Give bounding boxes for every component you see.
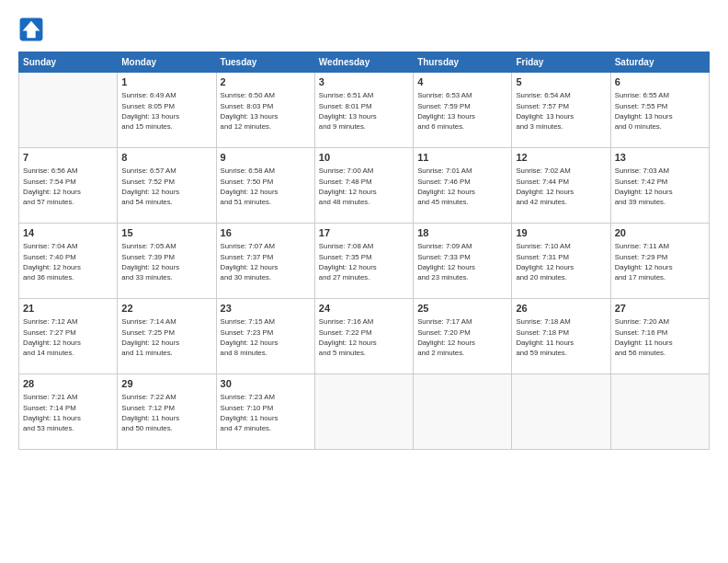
day-info: Sunrise: 7:17 AM Sunset: 7:20 PM Dayligh… <box>417 316 507 358</box>
day-info: Sunrise: 7:05 AM Sunset: 7:39 PM Dayligh… <box>121 241 211 282</box>
calendar-cell: 13Sunrise: 7:03 AM Sunset: 7:42 PM Dayli… <box>610 148 709 224</box>
day-info: Sunrise: 6:58 AM Sunset: 7:50 PM Dayligh… <box>221 166 311 207</box>
day-number: 19 <box>516 226 606 240</box>
calendar-cell: 9Sunrise: 6:58 AM Sunset: 7:50 PM Daylig… <box>216 148 314 224</box>
day-number: 8 <box>121 151 211 165</box>
weekday-header-wednesday: Wednesday <box>314 52 413 73</box>
day-info: Sunrise: 6:57 AM Sunset: 7:52 PM Dayligh… <box>121 166 211 207</box>
day-number: 18 <box>417 226 507 240</box>
day-info: Sunrise: 7:22 AM Sunset: 7:12 PM Dayligh… <box>121 392 211 433</box>
day-info: Sunrise: 6:50 AM Sunset: 8:03 PM Dayligh… <box>221 90 311 132</box>
calendar-cell: 19Sunrise: 7:10 AM Sunset: 7:31 PM Dayli… <box>512 224 610 299</box>
day-info: Sunrise: 7:20 AM Sunset: 7:16 PM Dayligh… <box>615 316 705 358</box>
day-number: 17 <box>319 226 409 240</box>
weekday-header-thursday: Thursday <box>414 52 512 73</box>
day-info: Sunrise: 6:54 AM Sunset: 7:57 PM Dayligh… <box>516 90 606 132</box>
calendar-cell: 21Sunrise: 7:12 AM Sunset: 7:27 PM Dayli… <box>19 299 118 374</box>
day-number: 27 <box>615 302 705 316</box>
day-number: 16 <box>221 226 311 240</box>
day-info: Sunrise: 7:00 AM Sunset: 7:48 PM Dayligh… <box>319 166 409 207</box>
calendar-cell: 18Sunrise: 7:09 AM Sunset: 7:33 PM Dayli… <box>414 224 512 299</box>
day-info: Sunrise: 7:01 AM Sunset: 7:46 PM Dayligh… <box>417 166 507 207</box>
calendar-week-row: 14Sunrise: 7:04 AM Sunset: 7:40 PM Dayli… <box>19 224 710 299</box>
day-number: 22 <box>121 302 211 316</box>
day-info: Sunrise: 7:16 AM Sunset: 7:22 PM Dayligh… <box>319 316 409 358</box>
calendar-cell: 12Sunrise: 7:02 AM Sunset: 7:44 PM Dayli… <box>512 148 610 224</box>
day-info: Sunrise: 6:49 AM Sunset: 8:05 PM Dayligh… <box>121 90 211 132</box>
day-number: 3 <box>319 75 409 89</box>
day-number: 10 <box>319 151 409 165</box>
weekday-header-saturday: Saturday <box>610 52 709 73</box>
logo <box>18 17 48 42</box>
calendar-cell: 24Sunrise: 7:16 AM Sunset: 7:22 PM Dayli… <box>314 299 413 374</box>
day-number: 1 <box>121 75 211 89</box>
calendar-cell: 17Sunrise: 7:08 AM Sunset: 7:35 PM Dayli… <box>314 224 413 299</box>
day-number: 23 <box>221 302 311 316</box>
calendar-week-row: 7Sunrise: 6:56 AM Sunset: 7:54 PM Daylig… <box>19 148 710 224</box>
day-info: Sunrise: 7:03 AM Sunset: 7:42 PM Dayligh… <box>615 166 705 207</box>
calendar-cell <box>314 374 413 450</box>
calendar-cell: 23Sunrise: 7:15 AM Sunset: 7:23 PM Dayli… <box>216 299 314 374</box>
calendar-cell <box>512 374 610 450</box>
day-number: 29 <box>121 377 211 391</box>
calendar-cell: 4Sunrise: 6:53 AM Sunset: 7:59 PM Daylig… <box>414 73 512 148</box>
calendar-cell: 26Sunrise: 7:18 AM Sunset: 7:18 PM Dayli… <box>512 299 610 374</box>
day-info: Sunrise: 6:53 AM Sunset: 7:59 PM Dayligh… <box>417 90 507 132</box>
day-number: 14 <box>23 226 113 240</box>
day-number: 9 <box>221 151 311 165</box>
day-number: 24 <box>319 302 409 316</box>
calendar-cell: 5Sunrise: 6:54 AM Sunset: 7:57 PM Daylig… <box>512 73 610 148</box>
day-info: Sunrise: 7:02 AM Sunset: 7:44 PM Dayligh… <box>516 166 606 207</box>
day-number: 28 <box>23 377 113 391</box>
day-info: Sunrise: 7:15 AM Sunset: 7:23 PM Dayligh… <box>221 316 311 358</box>
calendar-cell: 28Sunrise: 7:21 AM Sunset: 7:14 PM Dayli… <box>19 374 118 450</box>
page-header <box>18 17 710 42</box>
day-info: Sunrise: 7:14 AM Sunset: 7:25 PM Dayligh… <box>121 316 211 358</box>
day-number: 25 <box>417 302 507 316</box>
calendar-cell: 25Sunrise: 7:17 AM Sunset: 7:20 PM Dayli… <box>414 299 512 374</box>
logo-icon <box>18 17 44 42</box>
calendar-cell: 8Sunrise: 6:57 AM Sunset: 7:52 PM Daylig… <box>118 148 216 224</box>
calendar-table: SundayMondayTuesdayWednesdayThursdayFrid… <box>18 52 710 450</box>
day-number: 6 <box>615 75 705 89</box>
day-number: 13 <box>615 151 705 165</box>
day-number: 20 <box>615 226 705 240</box>
day-number: 21 <box>23 302 113 316</box>
day-info: Sunrise: 6:51 AM Sunset: 8:01 PM Dayligh… <box>319 90 409 132</box>
calendar-cell: 27Sunrise: 7:20 AM Sunset: 7:16 PM Dayli… <box>610 299 709 374</box>
calendar-cell: 11Sunrise: 7:01 AM Sunset: 7:46 PM Dayli… <box>414 148 512 224</box>
day-number: 2 <box>221 75 311 89</box>
calendar-cell: 14Sunrise: 7:04 AM Sunset: 7:40 PM Dayli… <box>19 224 118 299</box>
calendar-cell: 29Sunrise: 7:22 AM Sunset: 7:12 PM Dayli… <box>118 374 216 450</box>
calendar-week-row: 21Sunrise: 7:12 AM Sunset: 7:27 PM Dayli… <box>19 299 710 374</box>
calendar-cell: 1Sunrise: 6:49 AM Sunset: 8:05 PM Daylig… <box>118 73 216 148</box>
day-number: 7 <box>23 151 113 165</box>
day-number: 30 <box>221 377 311 391</box>
calendar-cell <box>610 374 709 450</box>
calendar-cell: 3Sunrise: 6:51 AM Sunset: 8:01 PM Daylig… <box>314 73 413 148</box>
calendar-cell: 16Sunrise: 7:07 AM Sunset: 7:37 PM Dayli… <box>216 224 314 299</box>
calendar-cell: 20Sunrise: 7:11 AM Sunset: 7:29 PM Dayli… <box>610 224 709 299</box>
calendar-cell: 22Sunrise: 7:14 AM Sunset: 7:25 PM Dayli… <box>118 299 216 374</box>
day-info: Sunrise: 7:07 AM Sunset: 7:37 PM Dayligh… <box>221 241 311 282</box>
day-info: Sunrise: 7:18 AM Sunset: 7:18 PM Dayligh… <box>516 316 606 358</box>
day-info: Sunrise: 7:09 AM Sunset: 7:33 PM Dayligh… <box>417 241 507 282</box>
calendar-cell: 6Sunrise: 6:55 AM Sunset: 7:55 PM Daylig… <box>610 73 709 148</box>
day-info: Sunrise: 7:10 AM Sunset: 7:31 PM Dayligh… <box>516 241 606 282</box>
day-info: Sunrise: 7:12 AM Sunset: 7:27 PM Dayligh… <box>23 316 113 358</box>
day-info: Sunrise: 7:23 AM Sunset: 7:10 PM Dayligh… <box>221 392 311 433</box>
day-number: 5 <box>516 75 606 89</box>
day-info: Sunrise: 7:21 AM Sunset: 7:14 PM Dayligh… <box>23 392 113 433</box>
calendar-cell: 7Sunrise: 6:56 AM Sunset: 7:54 PM Daylig… <box>19 148 118 224</box>
calendar-cell: 30Sunrise: 7:23 AM Sunset: 7:10 PM Dayli… <box>216 374 314 450</box>
calendar-cell <box>414 374 512 450</box>
calendar-cell: 2Sunrise: 6:50 AM Sunset: 8:03 PM Daylig… <box>216 73 314 148</box>
weekday-header-tuesday: Tuesday <box>216 52 314 73</box>
day-number: 12 <box>516 151 606 165</box>
weekday-header-row: SundayMondayTuesdayWednesdayThursdayFrid… <box>19 52 710 73</box>
calendar-cell: 10Sunrise: 7:00 AM Sunset: 7:48 PM Dayli… <box>314 148 413 224</box>
calendar-week-row: 28Sunrise: 7:21 AM Sunset: 7:14 PM Dayli… <box>19 374 710 450</box>
day-number: 4 <box>417 75 507 89</box>
weekday-header-monday: Monday <box>118 52 216 73</box>
day-info: Sunrise: 7:11 AM Sunset: 7:29 PM Dayligh… <box>615 241 705 282</box>
